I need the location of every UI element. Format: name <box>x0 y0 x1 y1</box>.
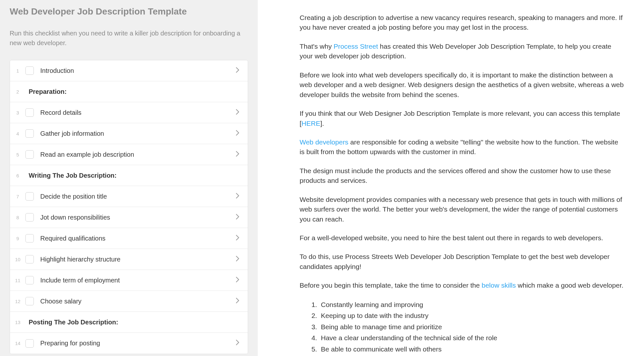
row-number: 9 <box>10 236 25 241</box>
row-label: Writing The Job Description: <box>29 172 242 179</box>
row-label: Required qualifications <box>40 235 233 242</box>
checkbox[interactable] <box>25 297 34 305</box>
row-number: 10 <box>10 257 25 262</box>
checkbox[interactable] <box>25 339 34 348</box>
template-title: Web Developer Job Description Template <box>10 6 248 17</box>
chevron-right-icon <box>233 130 242 138</box>
checkbox[interactable] <box>25 213 34 222</box>
checkbox[interactable] <box>25 234 34 242</box>
skill-item: Being able to manage time and prioritize <box>319 322 625 332</box>
row-label: Introduction <box>40 67 233 74</box>
row-label: Jot down responsibilities <box>40 214 233 221</box>
chevron-right-icon <box>233 67 242 75</box>
checkbox[interactable] <box>25 129 34 138</box>
row-label: Posting The Job Description: <box>29 319 242 326</box>
chevron-right-icon <box>233 339 242 347</box>
row-label: Gather job information <box>40 130 233 137</box>
chevron-right-icon <box>233 151 242 159</box>
checklist-item[interactable]: 5Read an example job description <box>10 144 248 165</box>
text: Before you begin this template, take the… <box>300 282 482 289</box>
chevron-right-icon <box>233 213 242 222</box>
skill-item: Keeping up to date with the industry <box>319 311 625 321</box>
paragraph: If you think that our Web Designer Job D… <box>300 109 625 128</box>
checkbox[interactable] <box>25 255 34 263</box>
row-number: 5 <box>10 152 25 157</box>
checkbox[interactable] <box>25 150 34 159</box>
row-number: 1 <box>10 68 25 74</box>
row-number: 14 <box>10 341 25 346</box>
chevron-right-icon <box>233 109 242 117</box>
checkbox[interactable] <box>25 276 34 284</box>
text: That's why <box>300 43 334 50</box>
chevron-right-icon <box>233 234 242 242</box>
checkbox[interactable] <box>25 192 34 201</box>
link-here[interactable]: HERE <box>302 120 320 127</box>
row-number: 4 <box>10 131 25 136</box>
checklist-item[interactable]: 4Gather job information <box>10 123 248 144</box>
paragraph: Before we look into what web developers … <box>300 70 625 100</box>
checklist-section-header: 13Posting The Job Description: <box>10 312 248 333</box>
paragraph: To do this, use Process Streets Web Deve… <box>300 252 625 272</box>
chevron-right-icon <box>233 297 242 305</box>
skill-item: Constantly learning and improving <box>319 300 625 310</box>
skill-item: Be able to communicate well with others <box>319 344 625 355</box>
checklist-item[interactable]: 9Required qualifications <box>10 228 248 249</box>
checklist-section-header: 2Preparation: <box>10 81 248 102</box>
checklist-item[interactable]: 11Include term of employment <box>10 270 248 291</box>
article-content: Creating a job description to advertise … <box>300 13 625 356</box>
row-number: 3 <box>10 110 25 115</box>
checklist-item[interactable]: 3Record details <box>10 102 248 123</box>
chevron-right-icon <box>233 193 242 201</box>
paragraph: Web developers are responsible for codin… <box>300 137 625 157</box>
row-label: Read an example job description <box>40 151 233 158</box>
row-label: Preparation: <box>29 88 242 95</box>
text: If you think that our Web Designer Job D… <box>300 110 620 127</box>
row-label: Preparing for posting <box>40 340 233 347</box>
row-label: Highlight hierarchy structure <box>40 256 233 263</box>
checklist-section-header: 6Writing The Job Description: <box>10 165 248 186</box>
link-below-skills[interactable]: below skills <box>482 282 516 289</box>
paragraph: The design must include the products and… <box>300 166 625 186</box>
link-web-developers[interactable]: Web developers <box>300 138 348 146</box>
text: ]. <box>320 120 324 127</box>
template-subtitle: Run this checklist when you need to writ… <box>10 28 248 48</box>
row-number: 6 <box>10 173 25 178</box>
row-number: 8 <box>10 215 25 220</box>
checklist-item[interactable]: 1Introduction <box>10 60 248 81</box>
checklist-item[interactable]: 14Preparing for posting <box>10 333 248 354</box>
checkbox[interactable] <box>25 108 34 117</box>
checkbox[interactable] <box>25 66 34 75</box>
checklist-item[interactable]: 10Highlight hierarchy structure <box>10 249 248 270</box>
row-label: Decide the position title <box>40 193 233 200</box>
chevron-right-icon <box>233 276 242 284</box>
row-number: 12 <box>10 299 25 304</box>
text: which make a good web developer. <box>516 282 623 289</box>
row-number: 11 <box>10 278 25 283</box>
skill-item: Have a clear understanding of the techni… <box>319 333 625 343</box>
chevron-right-icon <box>233 255 242 263</box>
row-number: 7 <box>10 194 25 199</box>
paragraph: For a well-developed website, you need t… <box>300 233 625 243</box>
row-number: 2 <box>10 89 25 94</box>
checklist-container: 1Introduction2Preparation:3Record detail… <box>10 60 248 354</box>
row-label: Record details <box>40 109 233 116</box>
checklist-item[interactable]: 12Choose salary <box>10 291 248 312</box>
row-label: Choose salary <box>40 298 233 305</box>
skills-list: Constantly learning and improvingKeeping… <box>319 300 625 356</box>
paragraph: Before you begin this template, take the… <box>300 281 625 290</box>
checklist-item[interactable]: 7Decide the position title <box>10 186 248 207</box>
paragraph: Creating a job description to advertise … <box>300 13 625 33</box>
row-label: Include term of employment <box>40 277 233 284</box>
link-process-street[interactable]: Process Street <box>334 43 378 50</box>
row-number: 13 <box>10 320 25 325</box>
paragraph: That's why Process Street has created th… <box>300 42 625 61</box>
paragraph: Website development provides companies w… <box>300 195 625 224</box>
checklist-item[interactable]: 8Jot down responsibilities <box>10 207 248 228</box>
